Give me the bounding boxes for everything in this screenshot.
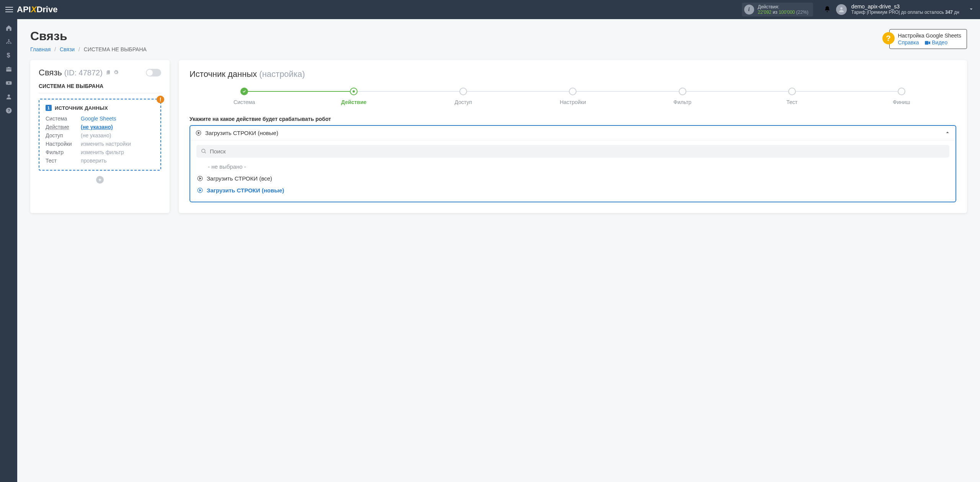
play-icon (197, 187, 203, 193)
username: demo_apix-drive_s3 (851, 4, 959, 10)
avatar-icon (836, 4, 847, 15)
rail-briefcase-icon[interactable] (5, 66, 12, 73)
connection-card: Связь (ID: 47872) СИСТЕМА НЕ ВЫБРАНА ! 1… (30, 60, 170, 213)
svg-text:?: ? (8, 108, 10, 113)
page-title: Связь (30, 29, 889, 43)
logo[interactable]: APIXDrive (17, 5, 57, 15)
main-card: Источник данных (настройка) Система Дейс… (179, 60, 967, 213)
warning-icon: ! (157, 96, 164, 103)
rail-links-icon[interactable] (5, 38, 12, 45)
step-action[interactable]: Действие (299, 88, 408, 105)
play-icon (197, 176, 203, 181)
select-search[interactable] (196, 145, 949, 158)
rail-video-icon[interactable] (5, 80, 12, 86)
src-filter-link[interactable]: изменить фильтр (81, 149, 124, 155)
src-settings-link[interactable]: изменить настройки (81, 141, 131, 147)
crumb-current: СИСТЕМА НЕ ВЫБРАНА (84, 46, 147, 52)
help-video-link[interactable]: Видео (925, 39, 947, 46)
chevron-down-icon[interactable] (966, 7, 976, 13)
side-rail: $ ? (0, 19, 17, 482)
step-bar: Система Действие Доступ Настройки Фильтр… (189, 88, 956, 105)
step-finish[interactable]: Финиш (847, 88, 956, 105)
conn-subtitle: СИСТЕМА НЕ ВЫБРАНА (39, 83, 161, 93)
rail-user-icon[interactable] (5, 93, 12, 100)
action-select: Загрузить СТРОКИ (новые) - не выбрано - … (189, 125, 956, 202)
help-icon[interactable]: ? (882, 32, 895, 44)
search-input[interactable] (210, 148, 945, 155)
chevron-up-icon (945, 130, 950, 136)
source-heading: 1 ИСТОЧНИК ДАННЫХ (46, 105, 154, 111)
option-all[interactable]: Загрузить СТРОКИ (все) (196, 173, 949, 184)
enable-toggle[interactable] (146, 69, 161, 77)
src-system-link[interactable]: Google Sheets (81, 116, 116, 122)
hamburger-icon[interactable] (4, 5, 15, 15)
svg-rect-11 (107, 70, 110, 73)
help-ref-link[interactable]: Справка (898, 39, 919, 46)
source-box: ! 1 ИСТОЧНИК ДАННЫХ Система Google Sheet… (39, 99, 161, 171)
svg-point-3 (8, 42, 9, 44)
select-head[interactable]: Загрузить СТРОКИ (новые) (190, 126, 956, 140)
src-action-link[interactable]: (не указано) (81, 124, 113, 130)
crumb-home[interactable]: Главная (30, 46, 51, 52)
svg-rect-10 (925, 41, 928, 44)
action-prompt: Укажите на какое действие будет срабатыв… (189, 116, 956, 122)
help-panel: ? Настройка Google Sheets Справка Видео (889, 29, 967, 49)
actions-counter[interactable]: i Действия: 22'092 из 100'000 (22%) (742, 3, 813, 16)
option-none[interactable]: - не выбрано - (196, 161, 949, 173)
gear-icon[interactable] (113, 70, 119, 76)
src-access-link[interactable]: (не указано) (81, 132, 111, 138)
add-button[interactable]: + (96, 176, 104, 184)
option-new[interactable]: Загрузить СТРОКИ (новые) (196, 184, 949, 196)
copy-icon[interactable] (106, 70, 111, 76)
breadcrumb: Главная / Связи / СИСТЕМА НЕ ВЫБРАНА (30, 46, 889, 52)
actions-values: 22'092 из 100'000 (22%) (758, 10, 808, 15)
svg-point-4 (10, 42, 11, 44)
play-icon (196, 130, 201, 136)
rail-billing-icon[interactable]: $ (7, 52, 11, 59)
notifications-icon[interactable] (818, 6, 836, 14)
src-test-link[interactable]: проверить (81, 158, 107, 164)
step-system[interactable]: Система (189, 88, 299, 105)
topbar: APIXDrive i Действия: 22'092 из 100'000 … (0, 0, 980, 19)
rail-home-icon[interactable] (5, 24, 12, 31)
svg-point-13 (202, 149, 205, 153)
tariff-info: Тариф |Премиум PRO| до оплаты осталось 3… (851, 10, 959, 15)
rail-help-icon[interactable]: ? (5, 107, 12, 114)
crumb-links[interactable]: Связи (60, 46, 75, 52)
select-value: Загрузить СТРОКИ (новые) (205, 130, 278, 136)
help-title: Настройка Google Sheets (898, 33, 961, 39)
info-icon: i (744, 5, 754, 15)
user-menu[interactable]: demo_apix-drive_s3 Тариф |Премиум PRO| д… (836, 4, 959, 15)
svg-point-0 (840, 7, 843, 10)
svg-point-1 (8, 39, 9, 40)
actions-label: Действия: (758, 4, 808, 10)
step-settings[interactable]: Настройки (518, 88, 627, 105)
svg-point-7 (8, 94, 10, 97)
step-filter[interactable]: Фильтр (628, 88, 737, 105)
main-title: Источник данных (настройка) (189, 69, 956, 79)
search-icon (201, 148, 207, 154)
svg-text:$: $ (7, 52, 10, 59)
conn-title: Связь (39, 68, 62, 78)
step-access[interactable]: Доступ (408, 88, 518, 105)
svg-point-2 (6, 42, 7, 44)
conn-id: (ID: 47872) (64, 68, 103, 77)
step-test[interactable]: Тест (737, 88, 847, 105)
